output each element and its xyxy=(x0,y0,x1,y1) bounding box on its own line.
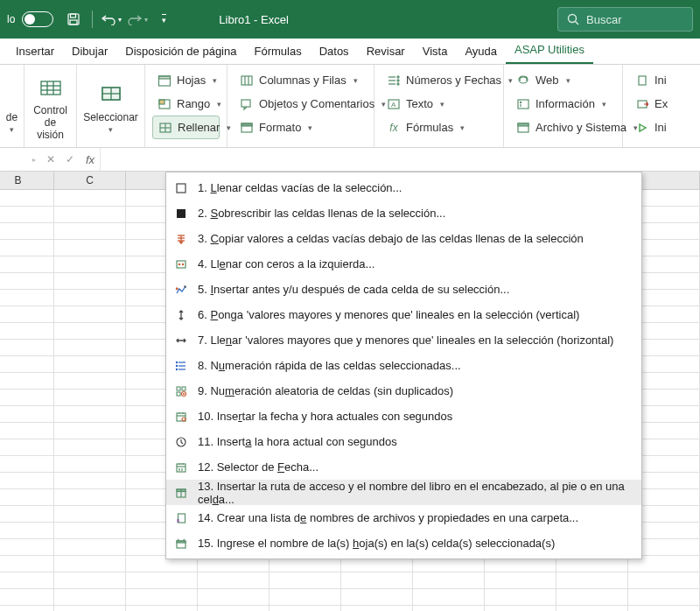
dropdown-item-7[interactable]: 7. Llenar 'valores mayores que y menores… xyxy=(166,327,641,353)
formula-input[interactable] xyxy=(100,148,700,171)
menu-item-label: 6. Ponga 'valores mayores y menores que'… xyxy=(198,308,579,321)
ribbon-group-b: Columnas y Filas▾ Objetos y Comentarios▾… xyxy=(228,65,374,147)
dropdown-item-2[interactable]: 2. Sobrescribir las celdas llenas de la … xyxy=(166,200,641,226)
enter-icon[interactable]: ✓ xyxy=(63,153,77,165)
tab-dibujar[interactable]: Dibujar xyxy=(63,39,116,64)
menu-item-icon xyxy=(173,256,189,272)
texto-button[interactable]: A Texto▾ xyxy=(382,92,496,116)
qat-more-icon[interactable]: ▾ xyxy=(152,8,175,31)
svg-rect-21 xyxy=(242,76,252,85)
menu-item-icon xyxy=(173,383,189,399)
svg-rect-1 xyxy=(71,14,76,18)
menu-item-icon xyxy=(173,460,189,475)
dropdown-item-13[interactable]: 13. Insertar la ruta de acceso y el nomb… xyxy=(166,480,641,505)
svg-point-65 xyxy=(182,418,186,421)
svg-line-4 xyxy=(576,22,579,25)
search-icon xyxy=(567,13,579,25)
svg-rect-26 xyxy=(242,123,252,126)
ini-button-1[interactable]: Ini xyxy=(630,68,658,92)
tab-disposicion[interactable]: Disposición de página xyxy=(116,39,245,64)
dropdown-item-1[interactable]: 1. Llenar celdas vacías de la selección.… xyxy=(166,175,641,200)
undo-icon[interactable]: ▾ xyxy=(100,8,122,31)
menu-item-label: 5. Insertar antes y/u después de cada ce… xyxy=(198,283,509,296)
dropdown-item-5[interactable]: 5. Insertar antes y/u después de cada ce… xyxy=(166,277,641,302)
formulas-button[interactable]: fx Fórmulas▾ xyxy=(382,116,496,139)
svg-rect-5 xyxy=(41,81,60,95)
tab-insertar[interactable]: Insertar xyxy=(7,39,63,64)
menu-item-icon xyxy=(173,282,189,298)
tab-datos[interactable]: Datos xyxy=(311,39,358,64)
hojas-button[interactable]: Hojas▾ xyxy=(152,68,220,92)
svg-rect-43 xyxy=(177,184,186,193)
search-box[interactable]: Buscar xyxy=(557,7,693,32)
tab-revisar[interactable]: Revisar xyxy=(358,39,414,64)
ribbon-group-e: Ini Ex Ini xyxy=(623,65,665,147)
svg-rect-2 xyxy=(70,20,77,25)
tab-asap-utilities[interactable]: ASAP Utilities xyxy=(506,38,593,64)
dropdown-item-3[interactable]: 3. Copiar valores a celdas vacías debajo… xyxy=(166,226,641,251)
rellenar-dropdown: 1. Llenar celdas vacías de la selección.… xyxy=(165,172,642,559)
seleccionar-button[interactable]: Seleccionar ▾ xyxy=(78,68,144,144)
col-head[interactable]: B xyxy=(0,172,54,189)
dropdown-item-15[interactable]: 15. Ingrese el nombre de la(s) hoja(s) e… xyxy=(166,530,641,556)
tab-ayuda[interactable]: Ayuda xyxy=(456,39,506,64)
cancel-icon[interactable]: ✕ xyxy=(44,153,58,165)
dropdown-item-9[interactable]: 9. Numeración aleatoria de celdas (sin d… xyxy=(166,378,641,404)
redo-icon[interactable]: ▾ xyxy=(126,8,149,31)
menu-item-label: 7. Llenar 'valores mayores que y menores… xyxy=(198,334,613,347)
menu-item-label: 1. Llenar celdas vacías de la selección.… xyxy=(198,181,402,194)
menu-item-label: 2. Sobrescribir las celdas llenas de la … xyxy=(198,207,445,220)
dropdown-item-10[interactable]: 10. Insertar la fecha y hora actuales co… xyxy=(166,404,641,429)
ribbon-group-vision: Control de visión xyxy=(24,65,77,147)
svg-rect-44 xyxy=(177,209,186,218)
archivo-sistema-button[interactable]: Archivo y Sistema▾ xyxy=(511,116,615,139)
menu-item-label: 12. Selector de Fecha... xyxy=(198,460,318,474)
ex-button[interactable]: Ex xyxy=(630,92,658,116)
columnas-filas-button[interactable]: Columnas y Filas▾ xyxy=(234,68,367,92)
menu-item-icon xyxy=(173,409,189,425)
menu-item-label: 8. Numeración rápida de las celdas selec… xyxy=(198,359,461,372)
menu-item-icon xyxy=(173,536,189,551)
ribbon-tabs: Insertar Dibujar Disposición de página F… xyxy=(0,39,700,65)
fx-icon[interactable]: fx xyxy=(80,153,100,166)
web-button[interactable]: Web▾ xyxy=(511,68,615,92)
svg-rect-48 xyxy=(177,261,186,268)
col-head[interactable]: C xyxy=(54,172,126,189)
numeros-fechas-button[interactable]: Números y Fechas▾ xyxy=(382,68,496,92)
autosave-toggle[interactable] xyxy=(22,11,53,27)
svg-rect-59 xyxy=(177,392,180,396)
svg-rect-57 xyxy=(177,387,180,390)
control-vision-button[interactable]: Control de visión xyxy=(28,68,73,144)
svg-rect-36 xyxy=(518,100,528,109)
menu-item-icon xyxy=(173,485,189,501)
menu-item-icon xyxy=(173,206,189,221)
svg-point-50 xyxy=(182,263,184,264)
rango-button[interactable]: Rango▾ xyxy=(152,92,220,116)
objetos-comentarios-button[interactable]: Objetos y Comentarios▾ xyxy=(234,92,367,116)
svg-point-49 xyxy=(178,263,180,264)
formula-bar: ▸ ✕ ✓ fx xyxy=(0,148,700,172)
svg-point-30 xyxy=(397,76,399,78)
dropdown-item-12[interactable]: 12. Selector de Fecha... xyxy=(166,454,641,480)
dropdown-item-4[interactable]: 4. Llenar con ceros a la izquierda... xyxy=(166,251,641,277)
formato-button[interactable]: Formato▾ xyxy=(234,116,367,139)
menu-item-label: 11. Inserta la hora actual con segundos xyxy=(198,435,397,448)
tab-vista[interactable]: Vista xyxy=(414,39,457,64)
titlebar: lo ▾ ▾ ▾ Libro1 - Excel Buscar xyxy=(0,0,700,39)
menu-item-label: 15. Ingrese el nombre de la(s) hoja(s) e… xyxy=(198,537,555,550)
dropdown-item-11[interactable]: 11. Inserta la hora actual con segundos xyxy=(166,429,641,454)
dropdown-item-6[interactable]: 6. Ponga 'valores mayores y menores que'… xyxy=(166,302,641,327)
dropdown-item-14[interactable]: 14. Crear una lista de nombres de archiv… xyxy=(166,505,641,530)
rellenar-button[interactable]: Rellenar▾ xyxy=(152,116,220,139)
informacion-button[interactable]: Información▾ xyxy=(511,92,615,116)
svg-point-31 xyxy=(397,80,399,81)
menu-item-label: 9. Numeración aleatoria de celdas (sin d… xyxy=(198,384,453,397)
ribbon-group-select: Seleccionar ▾ xyxy=(77,65,145,147)
ini-button-2[interactable]: Ini xyxy=(630,116,658,139)
svg-point-55 xyxy=(176,365,177,366)
search-placeholder: Buscar xyxy=(586,13,621,26)
save-icon[interactable] xyxy=(62,8,85,31)
tab-formulas[interactable]: Fórmulas xyxy=(245,39,310,64)
dropdown-item-8[interactable]: 8. Numeración rápida de las celdas selec… xyxy=(166,353,641,378)
ribbon-group-a: Hojas▾ Rango▾ Rellenar▾ xyxy=(145,65,228,147)
